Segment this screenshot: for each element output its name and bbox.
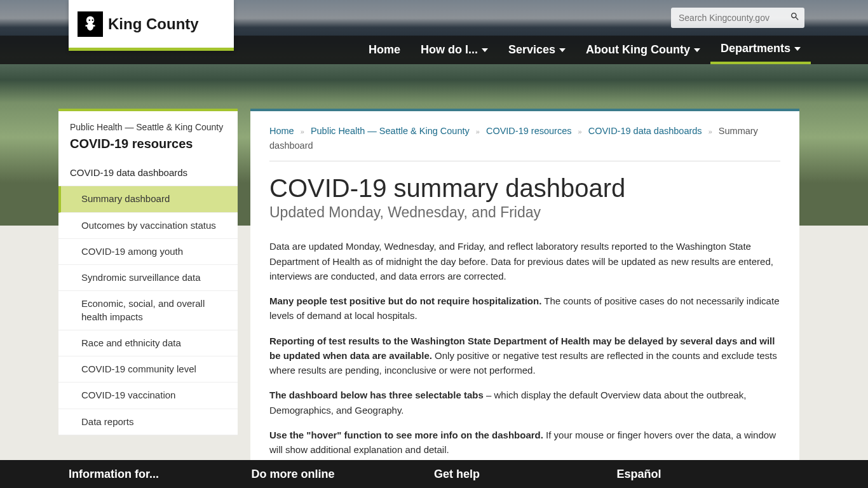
paragraph: The dashboard below has three selectable… — [269, 388, 780, 417]
sidebar-list: COVID-19 data dashboards Summary dashboa… — [58, 160, 238, 435]
paragraph: Use the "hover" function to see more inf… — [269, 428, 780, 458]
sidebar-item-community-level[interactable]: COVID-19 community level — [58, 356, 238, 383]
sidebar-header: Public Health — Seattle & King County CO… — [58, 109, 238, 160]
nav-home[interactable]: Home — [358, 36, 410, 64]
footer-col-get-help[interactable]: Get help — [434, 460, 617, 488]
search-input[interactable] — [679, 13, 790, 23]
nav-about[interactable]: About King County — [576, 36, 710, 64]
main-content: Home » Public Health — Seattle & King Co… — [250, 109, 799, 488]
search-icon[interactable] — [790, 11, 800, 24]
logo-block[interactable]: King County — [69, 0, 234, 51]
footer-col-do-more[interactable]: Do more online — [252, 460, 435, 488]
search-box[interactable] — [671, 8, 804, 28]
sidebar-section-dashboards[interactable]: COVID-19 data dashboards — [58, 160, 238, 186]
breadcrumb-link[interactable]: Home — [269, 126, 294, 136]
left-sidebar: Public Health — Seattle & King County CO… — [58, 109, 238, 488]
breadcrumb-link[interactable]: COVID-19 resources — [486, 126, 572, 136]
sidebar-item-vaccination[interactable]: COVID-19 vaccination — [58, 383, 238, 409]
sidebar-item-syndromic[interactable]: Syndromic surveillance data — [58, 265, 238, 291]
chevron-right-icon: » — [476, 126, 480, 138]
sidebar-item-economic[interactable]: Economic, social, and overall health imp… — [58, 291, 238, 330]
breadcrumb-link[interactable]: Public Health — Seattle & King County — [311, 126, 470, 136]
paragraph: Data are updated Monday, Wednesday, and … — [269, 239, 780, 283]
footer-col-espanol[interactable]: Español — [617, 460, 800, 488]
chevron-right-icon: » — [301, 126, 304, 138]
nav-how-do-i[interactable]: How do I... — [410, 36, 498, 64]
chevron-down-icon — [794, 47, 801, 51]
logo-icon — [78, 11, 103, 37]
page-subtitle: Updated Monday, Wednesday, and Friday — [269, 204, 780, 221]
chevron-down-icon — [559, 48, 566, 52]
footer-bar: Information for... Do more online Get he… — [0, 460, 868, 488]
chevron-right-icon: » — [578, 126, 582, 138]
body-text: Data are updated Monday, Wednesday, and … — [269, 239, 780, 482]
sidebar-item-outcomes[interactable]: Outcomes by vaccination status — [58, 213, 238, 239]
nav-departments[interactable]: Departments — [710, 36, 811, 64]
page-title: COVID-19 summary dashboard — [269, 174, 780, 203]
chevron-right-icon: » — [709, 126, 712, 138]
sidebar-item-summary[interactable]: Summary dashboard — [58, 186, 238, 212]
footer-col-information[interactable]: Information for... — [69, 460, 252, 488]
nav-services[interactable]: Services — [498, 36, 576, 64]
breadcrumb: Home » Public Health — Seattle & King Co… — [269, 124, 780, 153]
sidebar-item-youth[interactable]: COVID-19 among youth — [58, 239, 238, 265]
sidebar-item-race[interactable]: Race and ethnicity data — [58, 330, 238, 356]
logo-text: King County — [108, 15, 199, 33]
chevron-down-icon — [482, 48, 488, 52]
chevron-down-icon — [694, 48, 700, 52]
sidebar-title: COVID-19 resources — [70, 137, 226, 151]
paragraph: Reporting of test results to the Washing… — [269, 334, 780, 378]
paragraph: Many people test positive but do not req… — [269, 294, 780, 323]
sidebar-item-data-reports[interactable]: Data reports — [58, 409, 238, 435]
sidebar-parent-link[interactable]: Public Health — Seattle & King County — [70, 121, 226, 133]
breadcrumb-link[interactable]: COVID-19 data dashboards — [588, 126, 702, 136]
divider — [269, 161, 780, 161]
